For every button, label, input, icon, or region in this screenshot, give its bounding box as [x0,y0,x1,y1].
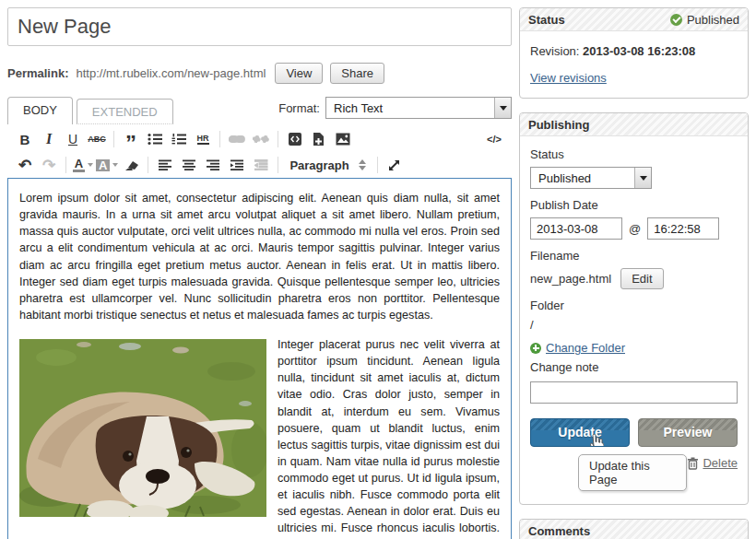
publish-date-row: @ [530,217,738,240]
tab-extended[interactable]: EXTENDED [77,99,173,124]
permalink-url: http://mt.rubelix.com/new-page.html [76,66,266,80]
chevron-down-icon [112,163,118,167]
redo-button[interactable]: ↷ [38,154,60,176]
comments-widget-header: Comments [520,520,748,539]
chevron-down-icon [634,168,651,188]
strikethrough-button[interactable]: ABC [86,128,108,150]
toolbar-separator [219,131,220,147]
update-button[interactable]: Update [530,418,630,447]
horizontal-rule-icon: HR [197,134,209,145]
align-left-icon [159,159,172,170]
publish-date-label: Publish Date [530,198,738,212]
dog-photo[interactable] [19,339,266,517]
blockquote-icon: ” [125,130,136,148]
indent-icon [230,159,244,170]
outdent-icon [254,159,268,170]
change-note-input[interactable] [530,381,738,404]
strikethrough-icon: ABC [88,135,106,144]
change-folder-link[interactable]: Change Folder [546,341,625,355]
link-icon [229,135,245,144]
status-select-value: Published [531,171,598,185]
code-block-icon [288,132,302,146]
tab-body[interactable]: BODY [7,97,73,124]
align-right-icon [207,159,220,170]
bold-button[interactable]: B [14,128,36,150]
italic-button[interactable]: I [38,128,60,150]
toolbar-separator [278,157,278,173]
format-group: Format: Rich Text [278,97,512,119]
plus-icon [530,343,541,354]
delete-link[interactable]: Delete [703,456,738,470]
insert-file-button[interactable] [308,128,330,150]
revision-line: Revision: 2013-03-08 16:23:08 [530,44,738,58]
format-select[interactable]: Rich Text [325,97,512,119]
chevron-down-icon [494,98,511,118]
at-separator: @ [629,222,641,236]
view-revisions-link[interactable]: View revisions [530,71,607,85]
redo-icon: ↷ [42,156,55,175]
publish-time-input[interactable] [647,217,719,240]
status-badge: Published [670,13,739,27]
clear-formatting-button[interactable] [120,154,142,176]
insert-code-button[interactable] [284,128,306,150]
fullscreen-button[interactable] [384,154,406,176]
undo-icon: ↶ [18,156,31,175]
toolbar-separator [113,131,114,147]
filename-value: new_page.html [530,272,611,286]
page-title-input[interactable] [7,7,512,46]
insert-image-icon [336,133,350,146]
comments-widget-title: Comments [528,524,590,538]
folder-label: Folder [530,299,738,312]
underline-button[interactable]: U [62,128,84,150]
editor-content-area[interactable]: Lorem ipsum dolor sit amet, consectetur … [7,178,512,539]
highlight-color-button[interactable]: A [96,154,118,176]
paragraph-style-button[interactable]: Paragraph [284,154,371,176]
blockquote-button[interactable]: ” [120,128,142,150]
bold-icon: B [20,132,30,147]
status-widget-header: Status Published [520,8,748,31]
align-right-button[interactable] [202,154,224,176]
chevron-down-icon [88,163,93,167]
permalink-row: Permalink: http://mt.rubelix.com/new-pag… [7,63,512,84]
remove-link-button[interactable] [250,128,272,150]
italic-icon: I [46,131,52,147]
trash-icon [687,457,699,470]
horizontal-rule-button[interactable]: HR [192,128,214,150]
editor-toolbar-row2: ↶ ↷ A A [7,152,512,178]
align-center-button[interactable] [178,154,200,176]
ordered-list-button[interactable] [168,128,190,150]
share-button[interactable]: Share [330,63,384,84]
align-center-icon [183,159,196,170]
toolbar-separator [148,157,148,173]
outdent-button[interactable] [250,154,272,176]
html-mode-button[interactable]: </> [483,128,505,150]
permalink-label: Permalink: [7,66,68,80]
indent-button[interactable] [226,154,248,176]
insert-image-button[interactable] [332,128,354,150]
status-select[interactable]: Published [530,167,652,189]
html-mode-icon: </> [487,134,502,145]
undo-button[interactable]: ↶ [14,154,36,176]
body-paragraph-1: Lorem ipsum dolor sit amet, consectetur … [19,190,500,323]
paragraph-style-label: Paragraph [289,158,348,172]
publish-date-input[interactable] [530,217,622,240]
action-buttons-row: Update Preview [530,418,738,447]
filename-label: Filename [530,249,738,263]
insert-link-button[interactable] [226,128,248,150]
unordered-list-icon [148,133,162,146]
format-label: Format: [278,101,320,115]
insert-file-icon [313,132,325,146]
spinner-arrows-icon [359,159,366,170]
published-check-icon [670,14,682,26]
align-left-button[interactable] [154,154,176,176]
update-tooltip: Update this Page [578,454,687,491]
view-button[interactable]: View [275,63,323,84]
body-paragraph-2: Integer placerat purus nec velit viverra… [19,336,500,539]
revision-label: Revision: [530,44,579,58]
editor-toolbar-row1: B I U ABC ” HR [7,126,512,152]
unordered-list-button[interactable] [144,128,166,150]
toolbar-separator [65,157,66,173]
font-color-button[interactable]: A [72,154,94,176]
edit-filename-button[interactable]: Edit [620,268,663,289]
preview-button[interactable]: Preview [638,418,738,447]
